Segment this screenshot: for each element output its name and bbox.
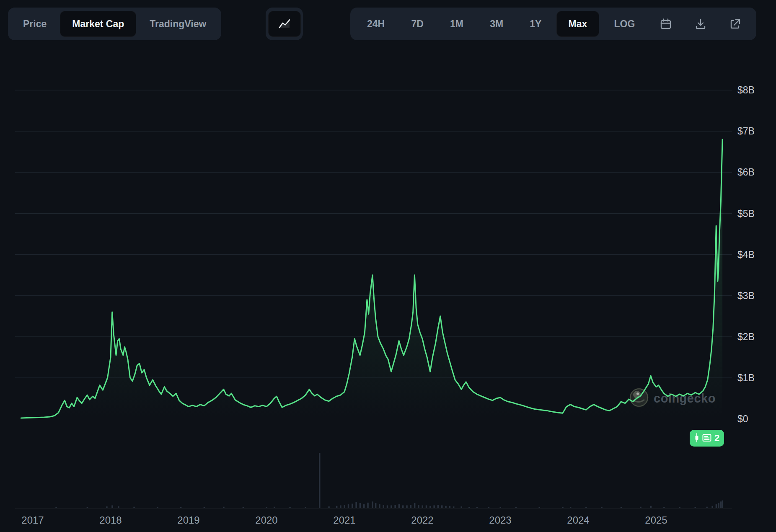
volume-bar <box>118 506 119 508</box>
volume-bar <box>445 506 447 508</box>
y-axis-label: $3B <box>737 290 755 301</box>
volume-bar <box>706 507 708 508</box>
volume-bar <box>453 506 455 508</box>
volume-bar <box>402 505 404 508</box>
volume-bar <box>429 506 431 508</box>
volume-bar <box>711 506 713 508</box>
volume-bar <box>414 503 416 508</box>
x-axis-label: 2023 <box>489 514 511 526</box>
volume-bar <box>157 507 158 508</box>
volume-bar <box>352 504 353 508</box>
volume-bar <box>426 505 427 508</box>
volume-bar <box>328 506 330 508</box>
axis-label-layer: $8B$7B$6B$5B$4B$3B$2B$1B$020172018201920… <box>21 85 755 526</box>
volume-bar <box>539 507 541 508</box>
volume-bar <box>695 507 696 508</box>
volume-bar <box>585 507 587 508</box>
annotations-count: 2 <box>714 433 719 444</box>
x-axis-label: 2018 <box>99 514 122 526</box>
y-axis-label: $8B <box>737 85 755 96</box>
volume-bar <box>319 453 321 508</box>
y-axis-label: $2B <box>737 331 755 342</box>
x-axis-label: 2024 <box>567 514 589 526</box>
annotations-badge[interactable]: 2 <box>690 430 724 447</box>
volume-bar <box>133 507 135 508</box>
volume-bar <box>180 507 182 508</box>
x-axis-label: 2025 <box>645 514 667 526</box>
volume-bar <box>562 507 564 508</box>
y-axis-label: $1B <box>737 372 755 383</box>
volume-bar <box>266 507 268 508</box>
y-axis-label: $6B <box>737 167 755 178</box>
volume-bar <box>570 507 572 508</box>
volume-bar <box>422 505 424 508</box>
volume-bar <box>289 507 291 508</box>
volume-bar <box>204 507 205 508</box>
market-cap-chart[interactable]: $8B$7B$6B$5B$4B$3B$2B$1B$020172018201920… <box>0 0 776 532</box>
volume-bar <box>722 501 724 509</box>
volume-bar <box>305 507 307 508</box>
market-cap-chart-page: Price Market Cap TradingView 24H 7D 1M 3… <box>0 0 776 532</box>
volume-bar <box>106 506 108 508</box>
volume-bar <box>716 504 717 508</box>
volume-bar <box>367 503 369 508</box>
volume-bar <box>398 504 400 508</box>
volume-bar <box>640 507 641 508</box>
volume-bar <box>418 505 419 508</box>
volume-bar <box>650 506 652 508</box>
volume-bar <box>515 507 517 508</box>
volume-bar <box>601 507 603 508</box>
y-axis-label: $7B <box>737 126 755 137</box>
volume-bar <box>394 505 396 508</box>
volume-bar <box>679 507 680 508</box>
volume-bar <box>387 505 388 508</box>
x-axis-label: 2021 <box>333 514 355 526</box>
series-layer <box>21 139 722 419</box>
volume-bar <box>449 506 451 508</box>
volume-bar <box>379 504 380 508</box>
volume-bar <box>375 503 377 508</box>
volume-bar <box>363 504 365 508</box>
volume-bar <box>360 503 361 508</box>
volume-bar <box>461 506 463 508</box>
volume-layer <box>15 453 732 509</box>
y-axis-label: $0 <box>737 413 748 424</box>
candlestick-icon <box>694 433 699 444</box>
volume-bar <box>355 502 357 509</box>
volume-bar <box>441 505 443 508</box>
volume-bar <box>344 505 346 508</box>
x-axis-label: 2020 <box>255 514 277 526</box>
volume-bar <box>223 507 225 508</box>
y-axis-label: $4B <box>737 249 755 260</box>
volume-bar <box>274 507 275 508</box>
x-axis-label: 2019 <box>177 514 199 526</box>
volume-bar <box>410 505 412 508</box>
volume-bar <box>340 505 341 508</box>
volume-bar <box>468 507 470 508</box>
x-axis-label: 2022 <box>411 514 433 526</box>
volume-bar <box>500 507 502 508</box>
volume-bar <box>720 501 722 508</box>
news-icon <box>702 433 712 444</box>
volume-bar <box>437 505 439 508</box>
volume-bar <box>663 507 665 508</box>
volume-bar <box>243 507 244 508</box>
volume-bar <box>488 507 490 508</box>
volume-bar <box>433 505 435 508</box>
volume-bar <box>372 501 374 508</box>
volume-bar <box>336 506 338 508</box>
volume-bar <box>476 507 478 508</box>
volume-bar <box>406 505 408 508</box>
volume-bar <box>391 505 392 508</box>
y-axis-label: $5B <box>737 208 755 219</box>
volume-bar <box>111 505 113 508</box>
x-axis-label: 2017 <box>21 514 44 526</box>
volume-bar <box>87 507 88 508</box>
volume-bar <box>718 503 719 508</box>
volume-bar <box>621 507 622 508</box>
volume-bar <box>383 505 385 508</box>
volume-bar <box>348 504 349 508</box>
volume-bar <box>55 507 57 508</box>
